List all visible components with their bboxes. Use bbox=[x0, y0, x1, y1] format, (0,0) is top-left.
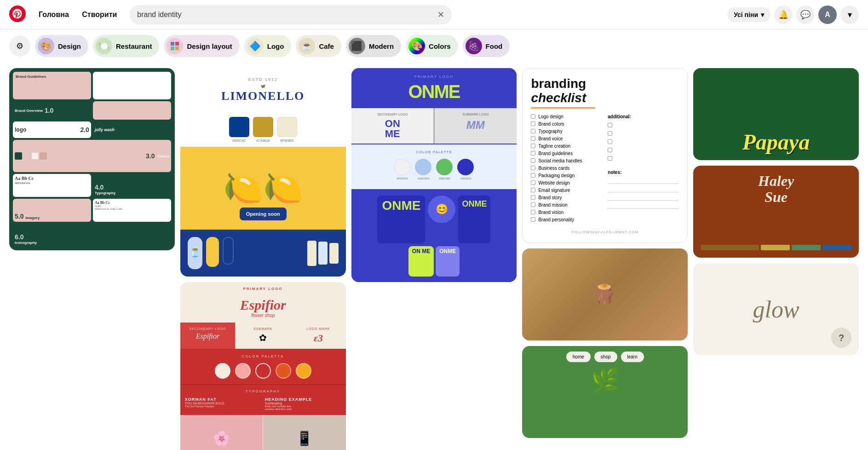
pins-grid: Brand Guidelines Brand Overview 1.0 logo… bbox=[0, 63, 868, 450]
header: Головна Створити ✕ Усі піни ▾ 🔔 💬 A ▾ bbox=[0, 0, 868, 29]
nav-home[interactable]: Головна bbox=[33, 7, 75, 22]
chevron-down-icon: ▾ bbox=[848, 10, 852, 20]
pin-card-limonello[interactable]: ESTD 1912 🦋 LIMONELLO #003C8C #C49A28 #F… bbox=[180, 68, 346, 277]
pinterest-logo[interactable] bbox=[9, 6, 26, 24]
nav-create[interactable]: Створити bbox=[76, 7, 122, 22]
social-media-item: Social media handles bbox=[538, 158, 582, 163]
chip-logo[interactable]: 🔷 Logo bbox=[244, 35, 292, 57]
filter-button[interactable]: ⚙ bbox=[9, 35, 30, 57]
chip-food-label: Food bbox=[486, 42, 503, 50]
chip-design-layout-label: Design layout bbox=[187, 42, 232, 50]
limonello-estd: ESTD 1912 bbox=[190, 77, 337, 82]
business-cards-item: Business cards bbox=[538, 166, 569, 171]
account-dropdown-button[interactable]: ▾ bbox=[840, 6, 859, 24]
pin-card-onme[interactable]: PRIMARY LOGO ONME SECONDARY LOGO ONME SU… bbox=[351, 68, 517, 282]
message-icon: 💬 bbox=[800, 10, 811, 20]
pin-card-espifior[interactable]: PRIMARY LOGO Espifior flower shop SECOND… bbox=[180, 282, 346, 450]
sliders-icon: ⚙ bbox=[16, 41, 23, 51]
search-input[interactable] bbox=[137, 11, 434, 19]
chip-restaurant-label: Restaurant bbox=[116, 42, 152, 50]
chip-modern-image: ⬛ bbox=[349, 38, 365, 54]
notifications-button[interactable]: 🔔 bbox=[774, 6, 793, 24]
chip-design-label: Design bbox=[58, 42, 81, 50]
chip-logo-label: Logo bbox=[267, 42, 284, 50]
chip-food[interactable]: 🍇 Food bbox=[463, 35, 510, 57]
avatar[interactable]: A bbox=[818, 6, 837, 24]
chip-design-layout[interactable]: Design layout bbox=[164, 35, 239, 57]
filter-bar: ⚙ 🎨 Design 🍽️ Restaurant Design layout 🔷… bbox=[0, 29, 868, 63]
chip-colors-label: Colors bbox=[429, 42, 451, 50]
svg-point-0 bbox=[9, 6, 26, 22]
pin-card-wood[interactable]: 🪵 bbox=[522, 248, 688, 340]
svg-rect-3 bbox=[171, 46, 174, 50]
checklist-footer: FOLLOWINGFULFILLMENT.COM bbox=[531, 230, 679, 234]
chip-cafe-label: Cafe bbox=[319, 42, 334, 50]
chip-modern[interactable]: ⬛ Modern bbox=[346, 35, 401, 57]
typography-item: Typography bbox=[538, 129, 562, 134]
bell-icon: 🔔 bbox=[778, 10, 788, 20]
clear-search-button[interactable]: ✕ bbox=[437, 10, 444, 20]
chip-logo-image: 🔷 bbox=[247, 38, 264, 54]
chip-cafe[interactable]: ☕ Cafe bbox=[296, 35, 341, 57]
brand-colors-item: Brand colors bbox=[538, 121, 564, 127]
chip-food-image: 🍇 bbox=[466, 38, 482, 54]
svg-rect-1 bbox=[171, 42, 174, 46]
chip-colors[interactable]: 🎨 Colors bbox=[406, 35, 458, 57]
chip-colors-image: 🎨 bbox=[408, 38, 425, 54]
pin-card-branding-checklist[interactable]: branding checklist Logo design Brand col… bbox=[522, 68, 688, 243]
chip-cafe-image: ☕ bbox=[299, 38, 315, 54]
chip-modern-label: Modern bbox=[369, 42, 394, 50]
chip-design-image: 🎨 bbox=[38, 38, 54, 54]
pin-card-garden-shop[interactable]: home shop learn 🌿 bbox=[522, 346, 688, 438]
main-nav: Головна Створити bbox=[33, 11, 122, 19]
chip-design[interactable]: 🎨 Design bbox=[35, 35, 88, 57]
search-bar: ✕ bbox=[130, 5, 452, 24]
svg-rect-2 bbox=[175, 42, 179, 46]
chip-design-layout-image bbox=[167, 38, 183, 54]
espifior-primary-label: PRIMARY LOGO bbox=[180, 282, 346, 295]
pin-card-brand-guidelines[interactable]: Brand Guidelines Brand Overview 1.0 logo… bbox=[9, 68, 175, 250]
chevron-down-icon: ▾ bbox=[761, 11, 764, 18]
svg-rect-4 bbox=[175, 46, 179, 50]
messages-button[interactable]: 💬 bbox=[796, 6, 815, 24]
pins-label: Усі піни bbox=[734, 11, 758, 18]
pin-card-papaya[interactable]: Papaya bbox=[693, 68, 859, 160]
pin-card-glow[interactable]: glow ? bbox=[693, 263, 859, 355]
header-actions: Усі піни ▾ 🔔 💬 A ▾ bbox=[727, 6, 859, 24]
limonello-brand: LIMONELLO bbox=[190, 89, 337, 103]
opening-soon-badge: Opening soon bbox=[240, 208, 287, 220]
chip-restaurant[interactable]: 🍽️ Restaurant bbox=[93, 35, 159, 57]
chip-restaurant-image: 🍽️ bbox=[96, 38, 112, 54]
pins-dropdown[interactable]: Усі піни ▾ bbox=[727, 7, 770, 22]
pin-card-haley-sue[interactable]: HaleySue bbox=[693, 166, 859, 258]
